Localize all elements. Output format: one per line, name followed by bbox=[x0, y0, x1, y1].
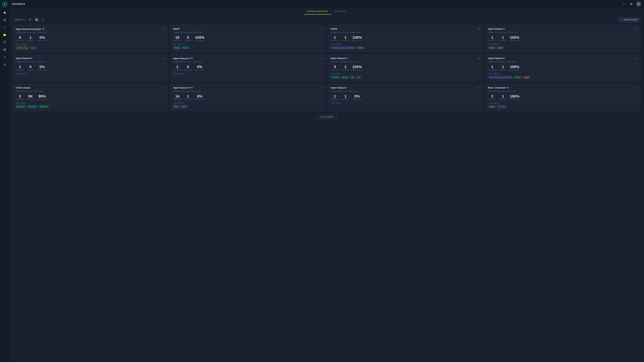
versions-label: VERSIONS bbox=[16, 69, 24, 71]
card-user: Demo User bbox=[38, 31, 47, 33]
card-menu-button[interactable]: ≡ bbox=[636, 86, 638, 89]
card-header: CIFAR ≡ bbox=[330, 28, 480, 31]
card-title: Hyper-Dataset 2 bbox=[16, 57, 32, 59]
tab-navigation: HYPER-DATASETS DATASETS bbox=[10, 8, 644, 15]
card-tags: flowernew2rest bbox=[330, 76, 480, 79]
card-title-row: Hyper-Dataset 7 bbox=[330, 86, 347, 89]
annotated-label: ANNOTATED* bbox=[509, 98, 520, 100]
card-menu-button[interactable]: ≡ bbox=[321, 28, 323, 31]
card-meta: Updated 5 days ago Demo User bbox=[330, 90, 480, 92]
load-more-container: LOAD MORE bbox=[13, 114, 641, 120]
frames-value: 1 bbox=[184, 94, 192, 98]
card-menu-button[interactable]: ≡ bbox=[321, 57, 323, 60]
load-more-button[interactable]: LOAD MORE bbox=[316, 114, 338, 120]
card-updated: Updated 5 days ago bbox=[16, 90, 32, 92]
versions-value: 19 bbox=[173, 35, 182, 40]
top-labels-title: TOP LABELS: bbox=[16, 73, 165, 75]
dataset-card[interactable]: Hyper-Dataset 2 ≡ Updated 20 hours ago D… bbox=[13, 54, 168, 81]
sidebar-item-pipelines[interactable] bbox=[1, 39, 8, 45]
card-header: Hyper-Dataset 1 ≡ bbox=[488, 28, 638, 31]
dataset-card[interactable]: Hyper-Dataset 7 ≡ Updated 5 days ago Dem… bbox=[328, 84, 483, 111]
annotated-label: ANNOTATED* bbox=[509, 69, 520, 71]
folder-icon bbox=[506, 86, 508, 89]
chevron-down-icon: ▾ bbox=[24, 18, 24, 21]
main-content: DATASETS HYPER-DATASETS DATASETS RECENT … bbox=[10, 0, 644, 362]
meta-dot bbox=[505, 61, 506, 62]
dataset-card[interactable]: Hyper-Dataset 3 ≡ Updated 20 hours ago D… bbox=[170, 54, 326, 81]
card-updated: Updated 20 hours ago bbox=[488, 31, 506, 33]
card-title-row: Hyper-Dataset 4 bbox=[330, 57, 347, 59]
sidebar-item-datasets[interactable] bbox=[1, 31, 8, 38]
tag-label: rest bbox=[355, 76, 362, 79]
dataset-card[interactable]: Hyper-Dataset 5 ≡ Updated 4 days ago Dem… bbox=[485, 54, 641, 81]
annotated-value: 0% bbox=[194, 65, 205, 69]
card-menu-button[interactable]: ≡ bbox=[321, 86, 323, 89]
card-title: Hyper-Dataset 4 bbox=[330, 57, 347, 59]
sidebar-item-orchestration[interactable] bbox=[1, 54, 8, 60]
versions-value: 1 bbox=[330, 94, 339, 98]
versions-value: 1 bbox=[488, 35, 496, 40]
card-user: Demo User bbox=[193, 61, 202, 63]
card-title-row: CIFAR bbox=[330, 28, 337, 30]
versions-value: 3 bbox=[330, 65, 339, 69]
dataset-card[interactable]: CIFAR ≡ Updated 20 hours ago Demo User 1… bbox=[328, 25, 483, 52]
tab-datasets[interactable]: DATASETS bbox=[331, 8, 350, 14]
dataset-card[interactable]: MNIST ≡ Updated 18 hours ago Demo User 1… bbox=[170, 25, 326, 52]
card-header: COCO sample ≡ bbox=[16, 86, 165, 89]
card-menu-button[interactable]: ≡ bbox=[478, 28, 480, 31]
annotated-value: 100% bbox=[194, 35, 205, 40]
card-menu-button[interactable]: ≡ bbox=[636, 28, 638, 31]
sidebar-item-home[interactable] bbox=[1, 9, 8, 16]
annotated-label: ANNOTATED* bbox=[37, 98, 48, 100]
dataset-card[interactable]: Hyper-Dataset Examples ≡ Updated 12 minu… bbox=[13, 25, 168, 52]
card-menu-button[interactable]: ≡ bbox=[163, 86, 165, 89]
versions-value: 2 bbox=[488, 94, 496, 98]
versions-stat: 1 VERSIONS bbox=[330, 35, 339, 41]
new-dataset-button[interactable]: + + NEW DATASET bbox=[618, 17, 641, 22]
annotated-value: 0% bbox=[37, 35, 48, 40]
tab-hyper-datasets[interactable]: HYPER-DATASETS bbox=[304, 8, 331, 14]
card-menu-button[interactable]: ≡ bbox=[163, 28, 165, 31]
sidebar-item-reports[interactable] bbox=[1, 46, 8, 53]
plus-icon: + bbox=[620, 18, 622, 21]
card-stats: 3 VERSIONS 1 FRAMES* 100% ANNOTATED* bbox=[330, 65, 480, 71]
tag-label: test bbox=[488, 105, 496, 108]
dataset-card[interactable]: Hyper-Dataset 4 ≡ Updated 4 days ago Dem… bbox=[328, 54, 483, 81]
card-updated: Updated 20 hours ago bbox=[330, 31, 349, 33]
card-user: Demo User bbox=[34, 90, 43, 92]
sidebar-item-models[interactable] bbox=[1, 24, 8, 31]
card-menu-button[interactable]: ≡ bbox=[478, 57, 480, 60]
card-title-row: COCO sample bbox=[16, 86, 30, 89]
recent-dropdown[interactable]: RECENT ▾ bbox=[13, 17, 26, 22]
dataset-card[interactable]: Minio_Download ≡ Updated 5 days ago Demo… bbox=[485, 84, 641, 111]
sidebar-item-deploy[interactable] bbox=[1, 61, 8, 68]
meta-dot bbox=[507, 32, 508, 33]
dataset-card[interactable]: Hyper-Dataset 6 ≡ Updated 5 days ago Dem… bbox=[170, 84, 326, 111]
versions-stat: 19 VERSIONS bbox=[173, 35, 182, 41]
annotated-stat: 100% ANNOTATED* bbox=[352, 35, 362, 41]
user-avatar[interactable] bbox=[636, 1, 641, 7]
frames-label: FRAMES* bbox=[342, 69, 349, 71]
filter-button[interactable] bbox=[28, 17, 33, 22]
frames-label: FRAMES* bbox=[342, 40, 349, 41]
grid-view-button[interactable] bbox=[34, 17, 39, 22]
card-user: Demo User bbox=[351, 31, 360, 33]
sidebar-item-experiments[interactable] bbox=[1, 17, 8, 23]
frames-value: 1 bbox=[342, 94, 349, 98]
card-menu-button[interactable]: ≡ bbox=[636, 57, 638, 60]
help-button[interactable] bbox=[628, 1, 634, 7]
annotated-label: ANNOTATED* bbox=[37, 69, 48, 71]
top-labels-title: TOP LABELS: bbox=[173, 102, 323, 104]
card-menu-button[interactable]: ≡ bbox=[163, 57, 165, 60]
dataset-card[interactable]: COCO sample ≡ Updated 5 days ago Demo Us… bbox=[13, 84, 168, 111]
card-menu-button[interactable]: ≡ bbox=[478, 86, 480, 89]
app-logo[interactable] bbox=[2, 1, 8, 7]
annotated-value: 0% bbox=[352, 94, 362, 98]
search-button[interactable] bbox=[621, 1, 626, 7]
dataset-card[interactable]: Hyper-Dataset 1 ≡ Updated 20 hours ago D… bbox=[485, 25, 641, 52]
frames-value: 0 bbox=[184, 65, 192, 69]
tag-label: person bbox=[16, 105, 26, 108]
tag-label: flower bbox=[330, 76, 340, 79]
list-view-button[interactable] bbox=[40, 17, 46, 22]
annotated-value: 100% bbox=[352, 65, 362, 69]
